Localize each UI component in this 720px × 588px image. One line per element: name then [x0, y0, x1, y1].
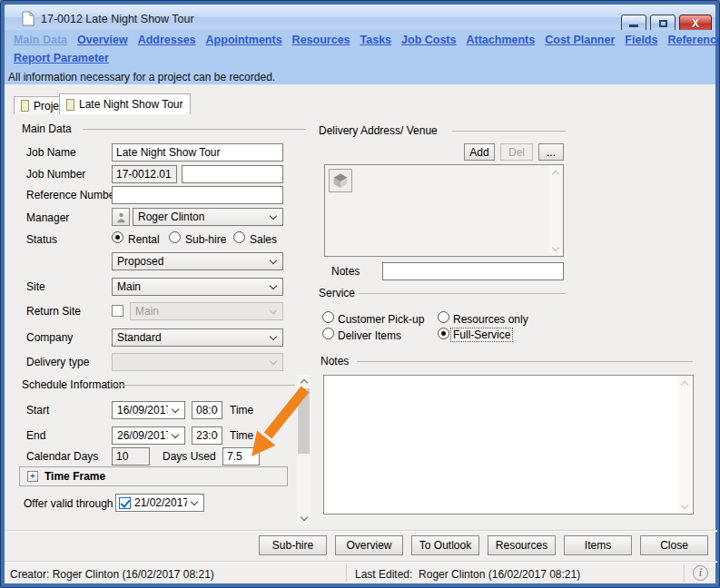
info-icon[interactable]: i [693, 565, 708, 581]
chevron-down-icon [270, 282, 277, 289]
nav-link-main-data[interactable]: Main Data [14, 34, 67, 46]
delivery-notes-input[interactable] [382, 262, 564, 280]
stage-select[interactable]: Proposed [112, 252, 283, 270]
group-schedule: Schedule Information [22, 378, 124, 391]
site-select[interactable]: Main [112, 278, 283, 296]
status-subhire-label: Sub-hire [185, 233, 226, 246]
return-site-value: Main [135, 305, 159, 318]
return-site-checkbox[interactable] [112, 305, 123, 317]
end-label: End [26, 429, 45, 442]
service-radio-pickup[interactable] [322, 311, 334, 323]
scroll-down-button[interactable] [549, 242, 562, 255]
nav-link-cost-planner[interactable]: Cost Planner [545, 34, 615, 46]
status-radio-rental[interactable] [112, 231, 123, 243]
end-date-select[interactable]: 26/09/2017 [112, 426, 185, 445]
chevron-down-icon [300, 513, 307, 520]
chevron-down-icon [172, 406, 179, 413]
chevron-down-icon [270, 307, 277, 314]
address-listbox[interactable] [324, 164, 564, 257]
nav-link-overview[interactable]: Overview [77, 34, 128, 46]
delete-address-button: Del [500, 143, 533, 161]
footer-separator [5, 530, 717, 531]
manager-value: Roger Clinton [138, 211, 204, 223]
chevron-down-icon [172, 431, 179, 438]
nav-link-references[interactable]: References [667, 34, 720, 46]
nav-link-resources[interactable]: Resources [292, 34, 350, 46]
service-full-service-label: Full-Service [451, 328, 512, 341]
chevron-up-icon [552, 171, 559, 178]
tab-icon [21, 100, 29, 112]
scroll-down-button[interactable] [297, 512, 311, 524]
add-address-button[interactable]: Add [464, 143, 495, 161]
scroll-up-button[interactable] [549, 166, 562, 179]
statusbar-separator [5, 561, 717, 562]
resources-button[interactable]: Resources [488, 535, 556, 555]
tab-job-label: Late Night Show Tour [79, 98, 183, 111]
start-date-value: 16/09/2017 [117, 404, 168, 416]
service-radio-resources-only[interactable] [438, 311, 449, 323]
start-time-input[interactable] [192, 401, 222, 419]
status-radio-sales[interactable] [233, 231, 245, 243]
nav-link-tasks[interactable]: Tasks [360, 34, 392, 46]
overview-button[interactable]: Overview [335, 535, 403, 555]
nav-link-appointments[interactable]: Appointments [206, 34, 282, 46]
chevron-down-icon [270, 333, 277, 340]
last-edited-status: Last Edited: Roger Clinton (16/02/2017 0… [355, 568, 580, 581]
job-name-label: Job Name [26, 146, 76, 159]
close-dialog-button[interactable]: Close [640, 535, 708, 555]
address-list-scrollbar[interactable] [549, 166, 562, 255]
stage-value: Proposed [117, 255, 163, 268]
start-date-select[interactable]: 16/09/2017 [112, 401, 185, 419]
nav-link-addresses[interactable]: Addresses [138, 34, 196, 46]
end-time-input[interactable] [192, 426, 222, 445]
scroll-up-button[interactable] [678, 377, 691, 389]
browse-address-button[interactable]: ... [538, 143, 564, 161]
notes-textarea[interactable] [323, 375, 694, 514]
job-name-input[interactable] [112, 143, 283, 162]
tab-icon [66, 99, 74, 111]
address-list-item[interactable] [329, 169, 352, 192]
job-number-label: Job Number [26, 168, 85, 181]
nav-link-job-costs[interactable]: Job Costs [401, 34, 456, 46]
job-number-suffix-input[interactable] [182, 165, 283, 183]
chevron-down-icon [552, 243, 559, 250]
manager-label: Manager [26, 211, 69, 224]
company-select[interactable]: Standard [112, 328, 283, 347]
expand-icon: + [27, 471, 38, 482]
site-label: Site [26, 280, 45, 293]
close-icon: X [692, 17, 699, 30]
manager-select[interactable]: Roger Clinton [133, 208, 283, 226]
nav-link-attachments[interactable]: Attachments [467, 34, 536, 46]
service-resources-only-label: Resources only [453, 313, 528, 326]
return-site-select: Main [130, 302, 283, 320]
reference-number-input[interactable] [112, 186, 283, 204]
delivery-notes-label: Notes [331, 265, 360, 278]
company-label: Company [26, 331, 73, 344]
offer-valid-date-select[interactable]: 21/02/2017 [115, 494, 204, 512]
chevron-down-icon [270, 358, 277, 365]
end-date-value: 26/09/2017 [117, 429, 168, 442]
scroll-down-button[interactable] [678, 500, 691, 513]
to-outlook-button[interactable]: To Outlook [411, 535, 479, 555]
items-button[interactable]: Items [564, 535, 632, 555]
statusbar-divider [684, 564, 685, 583]
time-frame-expander[interactable]: + Time Frame [19, 466, 288, 486]
nav-link-report-parameter[interactable]: Report Parameter [14, 52, 109, 64]
start-label: Start [26, 404, 49, 416]
delivery-type-select [112, 353, 283, 371]
group-line [357, 361, 693, 362]
sub-hire-button[interactable]: Sub-hire [259, 535, 327, 555]
title-bar[interactable]: 17-0012 Late Night Show Tour X [5, 5, 715, 30]
site-value: Main [117, 280, 141, 293]
tab-job[interactable]: Late Night Show Tour [59, 93, 191, 114]
manager-picker-button[interactable] [112, 208, 130, 226]
nav-link-fields[interactable]: Fields [625, 34, 657, 46]
status-radio-subhire[interactable] [169, 231, 181, 243]
service-radio-deliver-items[interactable] [322, 328, 334, 339]
service-radio-full-service[interactable] [438, 328, 449, 339]
offer-valid-checkbox[interactable] [119, 497, 131, 509]
notes-scrollbar[interactable] [678, 377, 691, 513]
status-rental-label: Rental [128, 233, 160, 246]
creator-status: Creator: Roger Clinton (16/02/2017 08:21… [10, 568, 214, 581]
nav-links-row2: Report Parameter [14, 52, 109, 64]
